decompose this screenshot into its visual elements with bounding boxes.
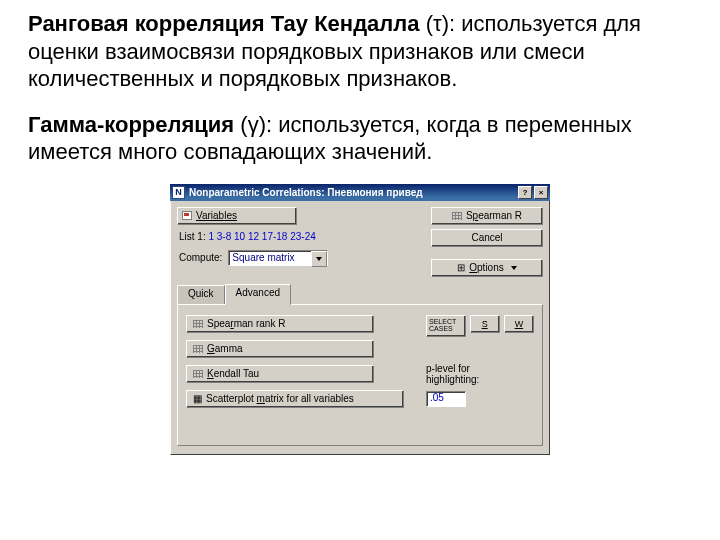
scatter-icon: ▦ xyxy=(193,393,202,404)
cancel-button[interactable]: Cancel xyxy=(431,229,543,247)
tab-advanced[interactable]: Advanced xyxy=(225,284,291,305)
scatterplot-matrix-button[interactable]: ▦ Scatterplot matrix for all variables xyxy=(186,390,404,408)
compute-label: Compute: xyxy=(179,252,222,263)
paragraph-gamma: Гамма-корреляция (γ): используется, когд… xyxy=(28,111,692,166)
close-button[interactable]: × xyxy=(534,186,548,199)
bold-gamma: Гамма-корреляция xyxy=(28,112,234,137)
list1-values: 1 3-8 10 12 17-18 23-24 xyxy=(208,231,315,242)
paragraph-kendall: Ранговая корреляция Тау Кендалла (τ): ис… xyxy=(28,10,692,93)
spearman-r-button[interactable]: Spearman R xyxy=(431,207,543,225)
s-button[interactable]: S xyxy=(470,315,500,333)
chevron-down-icon xyxy=(511,266,517,270)
grid-icon xyxy=(193,345,203,353)
help-button[interactable]: ? xyxy=(518,186,532,199)
plevel-input[interactable]: .05 xyxy=(426,391,466,407)
select-cases-button[interactable]: SELECT CASES xyxy=(426,315,466,337)
options-button[interactable]: ⊞ Options xyxy=(431,259,543,277)
dialog-body: Variables List 1: 1 3-8 10 12 17-18 23-2… xyxy=(170,201,550,455)
w-button[interactable]: W xyxy=(504,315,534,333)
tabs: Quick Advanced xyxy=(177,283,543,304)
bold-kendall: Ранговая корреляция Тау Кендалла xyxy=(28,11,420,36)
tab-quick[interactable]: Quick xyxy=(177,285,225,304)
titlebar[interactable]: N Nonparametric Correlations: Пневмония … xyxy=(170,184,550,201)
plevel-label: p-level forhighlighting: xyxy=(426,363,534,385)
kendall-tau-button[interactable]: Kendall Tau xyxy=(186,365,374,383)
grid-icon xyxy=(193,370,203,378)
grid-icon xyxy=(193,320,203,328)
compute-combo[interactable]: Square matrix xyxy=(228,250,328,266)
gamma-button[interactable]: Gamma xyxy=(186,340,374,358)
app-icon: N xyxy=(172,186,185,199)
tab-panel-advanced: Spearman rank R Gamma Kendall Tau ▦ xyxy=(177,304,543,446)
compute-value: Square matrix xyxy=(232,252,294,263)
window-title: Nonparametric Correlations: Пневмония пр… xyxy=(189,187,516,198)
list1-row: List 1: 1 3-8 10 12 17-18 23-24 xyxy=(179,231,419,242)
spearman-rank-r-button[interactable]: Spearman rank R xyxy=(186,315,374,333)
variables-icon xyxy=(182,211,192,220)
list1-label: List 1: xyxy=(179,231,206,242)
gear-icon: ⊞ xyxy=(457,262,465,273)
dialog-nonparametric-correlations: N Nonparametric Correlations: Пневмония … xyxy=(170,184,550,455)
chevron-down-icon[interactable] xyxy=(311,251,327,267)
variables-button[interactable]: Variables xyxy=(177,207,297,225)
grid-icon xyxy=(452,212,462,220)
